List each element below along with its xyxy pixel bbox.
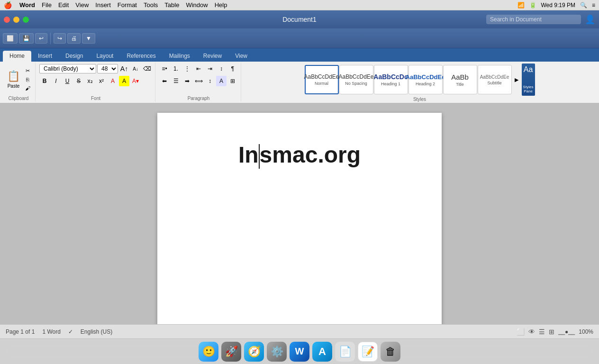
save-button[interactable]: 💾 <box>19 33 34 44</box>
superscript-button[interactable]: x² <box>96 76 107 86</box>
font-size-decrease-button[interactable]: A↓ <box>130 64 141 74</box>
menu-extras-icon[interactable]: ≡ <box>592 2 595 9</box>
menu-view[interactable]: View <box>75 1 89 9</box>
undo-button[interactable]: ↩ <box>35 33 47 44</box>
search-icon[interactable]: 🔍 <box>580 2 587 9</box>
style-heading2[interactable]: AaBbCcDdEe Heading 2 <box>408 65 443 94</box>
sort-button[interactable]: ↕ <box>216 64 227 74</box>
show-formatting-button[interactable]: ¶ <box>227 64 238 74</box>
redo-button[interactable]: ↪ <box>54 33 66 44</box>
view-layout-button[interactable]: ⊞ <box>549 328 554 336</box>
minimize-button[interactable] <box>13 17 19 23</box>
menu-window[interactable]: Window <box>186 1 208 9</box>
font-name-select[interactable]: Calibri (Body) <box>39 64 96 73</box>
style-title[interactable]: AaBb Title <box>443 65 477 94</box>
view-normal-button[interactable]: ⬜ <box>517 328 525 336</box>
increase-indent-button[interactable]: ⇥ <box>205 64 215 74</box>
proofing-icon[interactable]: ✓ <box>68 328 73 335</box>
align-left-button[interactable]: ⬅ <box>159 76 170 86</box>
align-right-button[interactable]: ➡ <box>182 76 192 86</box>
menu-tools[interactable]: Tools <box>144 1 158 9</box>
borders-button[interactable]: ⊞ <box>227 76 238 86</box>
align-center-button[interactable]: ☰ <box>171 76 181 86</box>
zoom-slider[interactable]: ⎯⎯●⎯⎯ <box>558 328 575 335</box>
shading-button[interactable]: A <box>216 76 227 86</box>
font-size-increase-button[interactable]: A↑ <box>119 64 129 74</box>
styles-gallery: AaBbCcDdEe Normal AaBbCcDdEe No Spacing … <box>305 65 521 94</box>
multilevel-list-button[interactable]: ⋮ <box>182 64 192 74</box>
apple-menu[interactable]: 🍎 <box>4 1 12 9</box>
menu-table[interactable]: Table <box>164 1 179 9</box>
italic-button[interactable]: I <box>51 76 61 86</box>
tab-review[interactable]: Review <box>197 51 228 62</box>
decrease-indent-button[interactable]: ⇤ <box>193 64 204 74</box>
tab-home[interactable]: Home <box>3 51 31 62</box>
copy-button[interactable]: ⎘ <box>23 76 32 83</box>
wifi-icon: 📶 <box>517 2 525 9</box>
dock-notes[interactable]: 📝 <box>358 342 378 362</box>
tab-mailings[interactable]: Mailings <box>163 51 197 62</box>
text-color-button[interactable]: A <box>108 76 118 86</box>
menu-edit[interactable]: Edit <box>58 1 69 9</box>
tab-references[interactable]: References <box>120 51 162 62</box>
tab-design[interactable]: Design <box>59 51 90 62</box>
dock-system-preferences[interactable]: ⚙️ <box>267 342 287 362</box>
view-outline-button[interactable]: ☰ <box>539 328 545 336</box>
styles-more-button[interactable]: ▶ <box>512 65 521 94</box>
close-button[interactable] <box>4 17 10 23</box>
tab-insert[interactable]: Insert <box>31 51 59 62</box>
document-content[interactable]: Insmac.org <box>191 141 408 169</box>
search-document-input[interactable] <box>486 15 581 24</box>
maximize-button[interactable] <box>23 17 29 23</box>
paste-button[interactable]: 📋 Paste <box>5 65 22 93</box>
document-page[interactable]: Insmac.org <box>157 113 442 324</box>
bold-button[interactable]: B <box>39 76 50 86</box>
toolbar-more-button[interactable]: ▼ <box>82 33 95 44</box>
dock-word[interactable]: W <box>290 342 309 362</box>
app: 🍎 Word File Edit View Insert Format Tool… <box>0 0 599 364</box>
menubar: 🍎 Word File Edit View Insert Format Tool… <box>0 0 599 10</box>
strikethrough-button[interactable]: S <box>73 76 84 86</box>
menu-file[interactable]: File <box>42 1 52 9</box>
cut-button[interactable]: ✂ <box>23 67 32 75</box>
font-label: Font <box>91 95 100 101</box>
tab-layout[interactable]: Layout <box>90 51 120 62</box>
font-size-select[interactable]: 48 <box>97 64 118 73</box>
clear-format-button[interactable]: ⌫ <box>142 64 152 74</box>
print-button[interactable]: 🖨 <box>67 33 81 44</box>
dock-safari[interactable]: 🧭 <box>244 342 264 362</box>
dock-file-viewer[interactable]: 📄 <box>335 342 355 362</box>
align-justify-button[interactable]: ⟺ <box>193 76 204 86</box>
statusbar: Page 1 of 1 1 Word ✓ English (US) ⬜ 👁 ☰ … <box>0 324 599 338</box>
styles-label: Styles <box>413 96 426 102</box>
new-doc-button[interactable]: ⬜ <box>3 33 18 44</box>
menu-format[interactable]: Format <box>118 1 137 9</box>
style-heading1[interactable]: AaBbCcDc Heading 1 <box>374 65 408 94</box>
tab-view[interactable]: View <box>228 51 254 62</box>
account-icon[interactable]: 👤 <box>585 14 595 25</box>
dock-finder[interactable]: 🙂 <box>199 342 218 362</box>
highlight-button[interactable]: A <box>119 76 129 86</box>
bullets-button[interactable]: ≡• <box>159 64 170 74</box>
dock-trash[interactable]: 🗑 <box>381 342 400 362</box>
dock-app-store[interactable]: A <box>312 342 332 362</box>
menu-word[interactable]: Word <box>19 1 35 9</box>
dock-launchpad[interactable]: 🚀 <box>221 342 241 362</box>
subscript-button[interactable]: x₂ <box>85 76 95 86</box>
view-focus-button[interactable]: 👁 <box>528 328 535 336</box>
menu-help[interactable]: Help <box>215 1 227 9</box>
style-subtitle[interactable]: AaBbCcDdEe Subtitle <box>478 65 512 94</box>
underline-button[interactable]: U <box>62 76 73 86</box>
font-color-button[interactable]: A▾ <box>130 76 141 86</box>
menu-insert[interactable]: Insert <box>95 1 111 9</box>
paragraph-label: Paragraph <box>188 95 210 101</box>
format-painter-button[interactable]: 🖌 <box>23 84 32 92</box>
line-spacing-button[interactable]: ↕ <box>205 76 215 86</box>
document-area[interactable]: Insmac.org <box>0 103 599 324</box>
numbering-button[interactable]: 1. <box>171 64 181 74</box>
align-row: ⬅ ☰ ➡ ⟺ ↕ A ⊞ <box>159 76 238 86</box>
style-no-spacing[interactable]: AaBbCcDdEe No Spacing <box>339 65 373 94</box>
styles-pane-button[interactable]: Aa Styles Pane <box>522 64 535 96</box>
window-controls <box>4 17 29 23</box>
style-normal[interactable]: AaBbCcDdEe Normal <box>305 65 339 94</box>
